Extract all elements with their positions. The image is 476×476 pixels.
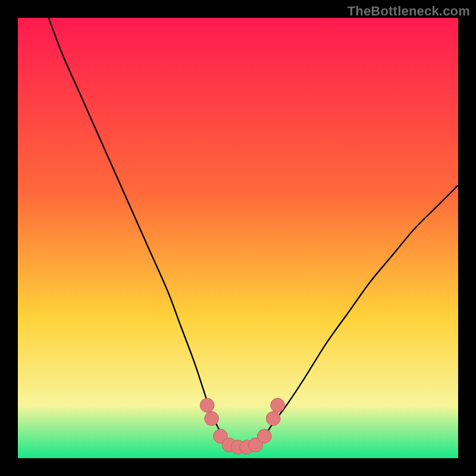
gradient-background xyxy=(18,18,458,458)
curve-marker xyxy=(271,398,285,412)
chart-frame: TheBottleneck.com xyxy=(0,0,476,476)
curve-marker xyxy=(205,412,219,426)
curve-marker xyxy=(200,398,214,412)
bottleneck-chart xyxy=(18,18,458,458)
watermark-label: TheBottleneck.com xyxy=(347,4,470,19)
curve-marker xyxy=(266,412,280,426)
plot-area xyxy=(18,18,458,458)
curve-marker xyxy=(258,429,272,443)
